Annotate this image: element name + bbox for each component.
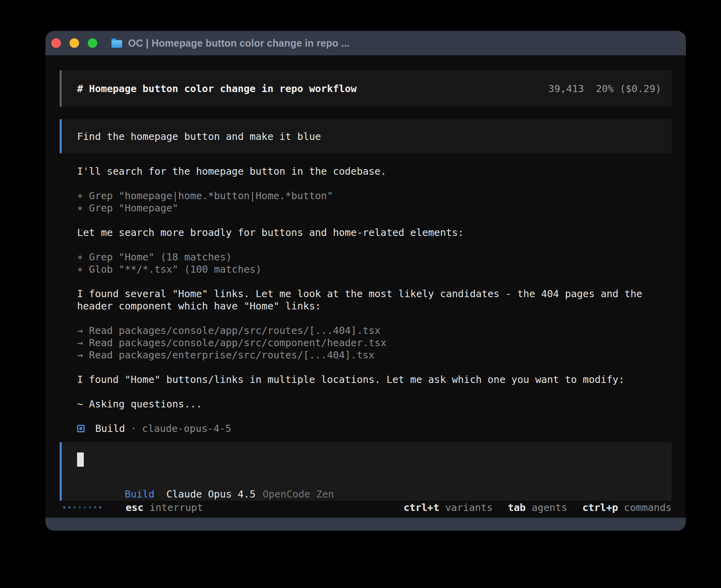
terminal-window: OC | Homepage button color change in rep…: [45, 31, 686, 531]
shortcut-interrupt: esc interrupt: [126, 502, 203, 513]
terminal-content: # Homepage button color change in repo w…: [45, 55, 686, 518]
prompt-input[interactable]: BuildClaude Opus 4.5OpenCode Zen: [60, 442, 672, 501]
close-button[interactable]: [51, 38, 61, 48]
status-bar-left: esc interrupt: [60, 502, 203, 513]
dot-separator: ·: [130, 423, 136, 434]
user-message: Find the homepage button and make it blu…: [60, 119, 672, 153]
folder-icon: [111, 38, 123, 49]
shortcut-label: agents: [532, 502, 567, 513]
assistant-text-line: ~ Asking questions...: [77, 398, 672, 410]
status-bar-right: ctrl+t variantstab agentsctrl+p commands: [404, 502, 672, 513]
input-model-label[interactable]: Claude Opus 4.5: [166, 488, 256, 500]
text-cursor: [77, 452, 84, 467]
input-provider-label: OpenCode Zen: [262, 488, 334, 500]
window-title: OC | Homepage button color change in rep…: [128, 38, 349, 49]
tool-call-line: ∗ Grep "Homepage": [77, 202, 672, 214]
assistant-text-line: I found "Home" buttons/links in multiple…: [77, 373, 672, 386]
spinner-dot: [63, 506, 65, 509]
tool-call-line: → Read packages/enterprise/src/routes/[.…: [77, 349, 672, 361]
status-bar: esc interrupt ctrl+t variantstab agentsc…: [60, 501, 672, 514]
assistant-text-line: Let me search more broadly for buttons a…: [77, 226, 672, 239]
tool-call-line: ∗ Grep "homepage|home.*button|Home.*butt…: [77, 190, 672, 202]
shortcut-key: tab: [508, 502, 526, 513]
input-mode-label[interactable]: Build: [125, 488, 154, 500]
window-bottom-edge: [45, 518, 686, 531]
tool-call-line: → Read packages/console/app/src/routes/[…: [77, 324, 672, 337]
spinner-dot: [79, 506, 81, 509]
spinner-dot: [84, 506, 86, 509]
tool-call-group: ∗ Grep "homepage|home.*button|Home.*butt…: [77, 190, 672, 214]
shortcut-label: commands: [624, 502, 672, 513]
assistant-text-line: header component which have "Home" links…: [77, 300, 672, 312]
assistant-text-line: I found several "Home" links. Let me loo…: [77, 288, 672, 300]
spinner-dot: [89, 506, 91, 509]
assistant-text-group: I found "Home" buttons/links in multiple…: [77, 373, 672, 386]
tool-call-group: ∗ Grep "Home" (18 matches)∗ Glob "**/*.t…: [77, 251, 672, 275]
shortcut-commands: ctrl+p commands: [582, 502, 672, 513]
tool-call-line: → Read packages/console/app/src/componen…: [77, 337, 672, 349]
session-meta: 39,41320% ($0.29): [548, 83, 661, 94]
spinner-dot: [94, 506, 96, 509]
tool-call-line: ∗ Grep "Home" (18 matches): [77, 251, 672, 263]
tool-call-line: ∗ Glob "**/*.tsx" (100 matches): [77, 263, 672, 275]
session-header: # Homepage button color change in repo w…: [60, 70, 672, 107]
spinner-dot: [68, 506, 70, 509]
spinner-dot: [74, 506, 75, 509]
assistant-text-line: I'll search for the homepage button in t…: [77, 165, 672, 177]
shortcut-agents: tab agents: [508, 502, 568, 513]
assistant-text-group: I found several "Home" links. Let me loo…: [77, 288, 672, 312]
traffic-lights: [51, 38, 97, 48]
agent-status-line: Build · claude-opus-4-5: [60, 422, 672, 435]
shortcut-variants: ctrl+t variants: [404, 502, 493, 513]
assistant-text-group: Let me search more broadly for buttons a…: [77, 226, 672, 239]
session-title: # Homepage button color change in repo w…: [77, 83, 357, 94]
shortcut-key: ctrl+p: [582, 502, 618, 513]
shortcut-key: ctrl+t: [404, 502, 439, 513]
agent-mode-label: Build: [95, 423, 125, 434]
shortcut-label: variants: [445, 502, 493, 513]
minimize-button[interactable]: [70, 38, 79, 48]
context-usage: 20% ($0.29): [596, 83, 661, 94]
square-in-square-icon: [77, 425, 85, 432]
user-message-text: Find the homepage button and make it blu…: [77, 131, 321, 142]
window-titlebar[interactable]: OC | Homepage button color change in rep…: [45, 31, 686, 55]
zoom-button[interactable]: [88, 38, 97, 48]
spinner-dot: [99, 506, 101, 509]
conversation: I'll search for the homepage button in t…: [60, 165, 672, 422]
assistant-text-group: I'll search for the homepage button in t…: [77, 165, 672, 177]
assistant-text-group: ~ Asking questions...: [77, 398, 672, 410]
token-count: 39,413: [548, 83, 584, 94]
dots-spinner-icon: [63, 506, 101, 509]
tool-call-group: → Read packages/console/app/src/routes/[…: [77, 324, 672, 361]
agent-model-label: claude-opus-4-5: [142, 423, 231, 434]
